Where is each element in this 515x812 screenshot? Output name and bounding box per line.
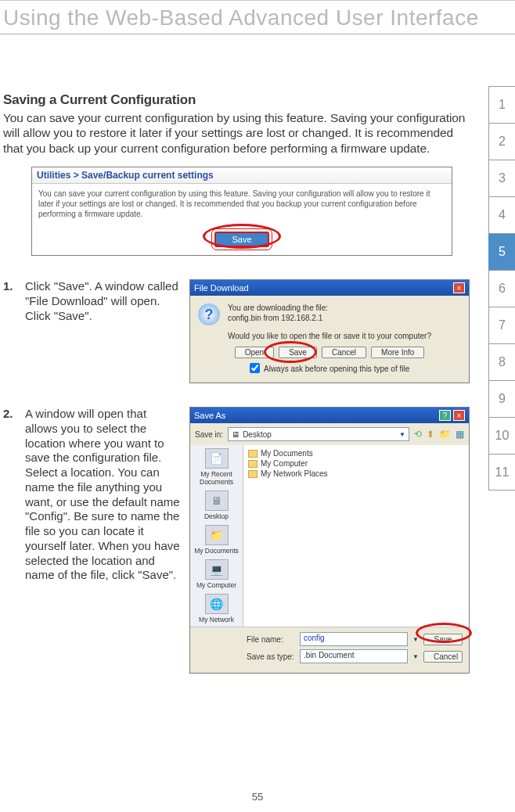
utilities-save-button[interactable]: Save [214, 232, 268, 247]
section-body: You can save your current configuration … [3, 110, 470, 156]
views-icon[interactable]: ▦ [456, 429, 464, 440]
step-number-2: 2. [3, 407, 25, 420]
file-download-title-text: File Download [194, 283, 249, 293]
place-label: My Recent Documents [200, 470, 233, 486]
section-tab-7[interactable]: 7 [488, 307, 515, 343]
help-icon[interactable]: ? [439, 410, 451, 421]
desktop-icon: 🖥 [232, 430, 239, 439]
section-tab-3[interactable]: 3 [488, 160, 515, 196]
place-recent[interactable]: 📄My Recent Documents [192, 448, 241, 486]
section-tab-9[interactable]: 9 [488, 380, 515, 417]
save-button[interactable]: Save [423, 634, 463, 645]
close-icon[interactable]: × [453, 410, 465, 421]
page-title: Using the Web-Based Advanced User Interf… [0, 1, 515, 34]
section-tab-4[interactable]: 4 [488, 196, 515, 233]
chevron-down-icon: ▼ [399, 431, 405, 438]
section-tab-10[interactable]: 10 [488, 417, 515, 454]
file-name-label: File name: [247, 635, 295, 644]
new-folder-icon[interactable]: 📁 [439, 429, 451, 440]
section-tab-5[interactable]: 5 [488, 233, 515, 270]
save-type-label: Save as type: [247, 652, 295, 661]
fd-line2: config.bin from 192.168.2.1 [228, 314, 328, 322]
step-text-2: A window will open that allows you to se… [25, 407, 189, 583]
places-bar: 📄My Recent Documents 🖥Desktop 📁My Docume… [190, 445, 243, 627]
section-tab-2[interactable]: 2 [488, 123, 515, 160]
up-icon[interactable]: ⬆ [427, 429, 434, 440]
fd-question: Would you like to open the file or save … [228, 332, 461, 340]
list-item-label: My Computer [261, 459, 308, 468]
file-download-dialog: File Download × ? You are downloading th… [189, 279, 470, 383]
place-label: My Computer [196, 581, 236, 589]
save-button[interactable]: Save [279, 347, 317, 358]
save-as-titlebar: Save As ? × [190, 408, 469, 423]
list-item[interactable]: My Network Places [248, 469, 464, 479]
place-mydocs[interactable]: 📁My Documents [192, 525, 241, 555]
cancel-button[interactable]: Cancel [322, 347, 366, 358]
section-tab-1[interactable]: 1 [488, 86, 515, 123]
place-mycomputer[interactable]: 💻My Computer [192, 559, 241, 589]
section-tab-11[interactable]: 11 [488, 454, 515, 490]
list-item-label: My Network Places [261, 469, 328, 478]
utilities-panel-body: You can save your current configuration … [32, 184, 452, 228]
list-item-label: My Documents [261, 449, 313, 458]
folder-icon [248, 460, 258, 468]
save-in-dropdown[interactable]: 🖥 Desktop ▼ [228, 427, 409, 441]
save-type-dropdown[interactable]: .bin Document [300, 649, 408, 663]
place-label: My Network [199, 616, 234, 623]
fd-line1: You are downloading the file: [228, 304, 328, 312]
file-download-titlebar: File Download × [190, 280, 469, 296]
cancel-button[interactable]: Cancel [423, 651, 463, 663]
save-in-value: Desktop [243, 430, 272, 439]
place-mynetwork[interactable]: 🌐My Network [192, 594, 241, 623]
close-icon[interactable]: × [453, 282, 465, 293]
back-icon[interactable]: ⟲ [414, 429, 422, 440]
step-text-1: Click "Save". A window called "File Down… [25, 279, 189, 323]
section-tab-6[interactable]: 6 [488, 270, 515, 307]
utilities-panel-title: Utilities > Save/Backup current settings [32, 167, 452, 184]
list-item[interactable]: My Computer [248, 458, 464, 469]
place-desktop[interactable]: 🖥Desktop [192, 490, 241, 520]
file-name-input[interactable]: config [300, 632, 408, 646]
page-number: 55 [252, 791, 263, 803]
file-listing[interactable]: My Documents My Computer My Network Plac… [243, 445, 469, 627]
section-heading: Saving a Current Configuration [3, 92, 470, 108]
save-as-dialog: Save As ? × Save in: 🖥 Desktop ▼ ⟲ ⬆ 📁 ▦ [189, 407, 470, 674]
folder-icon [248, 450, 258, 458]
always-ask-label: Always ask before opening this type of f… [264, 365, 409, 373]
step-number-1: 1. [3, 279, 25, 293]
question-icon: ? [198, 304, 220, 325]
chevron-down-icon[interactable]: ▼ [412, 636, 419, 643]
save-as-title-text: Save As [194, 411, 225, 420]
utilities-panel: Utilities > Save/Backup current settings… [31, 167, 452, 256]
place-label: Desktop [204, 512, 229, 520]
place-label: My Documents [194, 547, 239, 555]
open-button[interactable]: Open [235, 347, 274, 358]
always-ask-checkbox[interactable] [250, 363, 260, 373]
chevron-down-icon[interactable]: ▼ [412, 653, 419, 660]
list-item[interactable]: My Documents [248, 448, 464, 458]
folder-icon [248, 470, 258, 478]
section-tab-8[interactable]: 8 [488, 343, 515, 380]
more-info-button[interactable]: More Info [371, 347, 424, 358]
section-tabs: 1 2 3 4 5 6 7 8 9 10 11 [488, 86, 515, 490]
save-in-label: Save in: [195, 430, 223, 439]
